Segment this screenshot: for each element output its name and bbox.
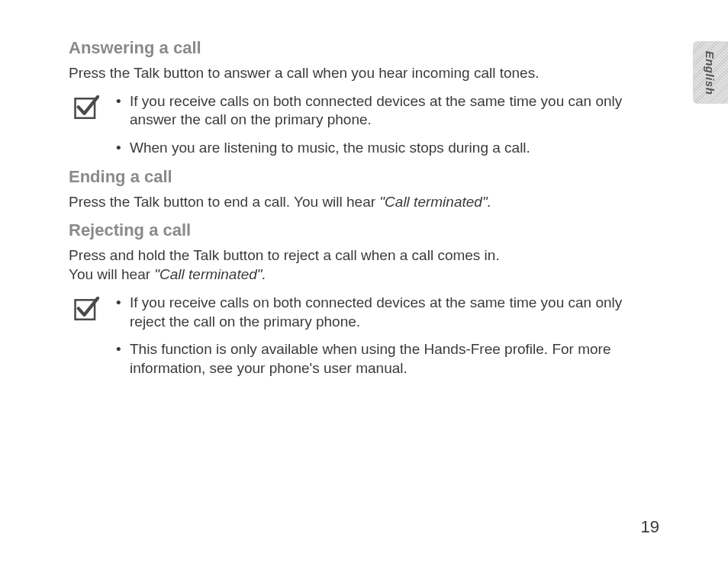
body-rejecting: Press and hold the Talk button to reject… [69,246,659,284]
list-item: This function is only available when usi… [113,340,659,378]
body-rejecting-line1: Press and hold the Talk button to reject… [69,247,500,263]
list-item: When you are listening to music, the mus… [113,139,659,158]
body-answering: Press the Talk button to answer a call w… [69,64,659,83]
note-block-answering: If you receive calls on both connected d… [73,92,659,158]
language-tab-label: English [704,50,717,95]
note-block-rejecting: If you receive calls on both connected d… [73,294,659,378]
note-list-rejecting: If you receive calls on both connected d… [113,294,659,378]
checkmark-box-icon [73,297,99,323]
note-list-answering: If you receive calls on both connected d… [113,92,659,158]
list-item: If you receive calls on both connected d… [113,92,659,130]
page-number: 19 [641,517,659,537]
language-tab: English [693,41,728,104]
body-ending: Press the Talk button to end a call. You… [69,193,659,212]
list-item: If you receive calls on both connected d… [113,294,659,331]
body-rejecting-line2-italic: "Call terminated". [154,266,266,282]
body-ending-prefix: Press the Talk button to end a call. You… [69,194,379,210]
heading-rejecting: Rejecting a call [69,220,659,240]
heading-answering: Answering a call [69,38,659,58]
checkmark-box-icon [73,95,99,121]
body-ending-italic: "Call terminated". [379,194,491,210]
body-rejecting-line2-prefix: You will hear [69,266,154,282]
heading-ending: Ending a call [69,167,659,187]
